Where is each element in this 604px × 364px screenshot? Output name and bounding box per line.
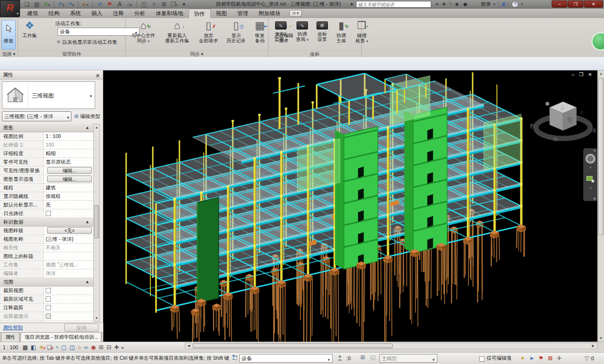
crop-region-icon[interactable]: ◫ [69,344,75,351]
ribbon-tab-系统[interactable]: 系统 [65,9,86,18]
checkbox[interactable] [46,296,51,302]
infocenter-expand-icon[interactable]: ▶ [351,2,354,6]
视图样板-button[interactable]: <无> [47,227,92,234]
worksets-keys-icon[interactable]: ✦ [520,355,525,362]
type-selector[interactable]: 三维视图 ▼ [2,81,95,109]
measure-icon[interactable]: ⇤▾ [81,1,89,8]
sun-path-icon[interactable]: ☀✗ [39,344,44,351]
exchange-apps-icon[interactable]: X [502,1,506,8]
editable-only-checkbox[interactable] [479,356,485,362]
properties-help-link[interactable]: 属性帮助 [3,325,23,331]
view-scale[interactable]: 1 : 100 [3,344,18,350]
unlocked-3d-view-icon[interactable]: ○ [78,344,81,351]
search-box[interactable] [356,1,431,8]
panel-display-toggle[interactable]: ⊡ ▾ [289,10,302,17]
thin-lines-icon[interactable]: ≡ [150,1,158,8]
filter-button[interactable]: ▽ :0 [584,355,594,362]
scroll-down-icon[interactable]: ▼ [598,335,604,342]
ribbon-tab-视图[interactable]: 视图 [211,9,232,18]
tag-icon[interactable]: ⚑ [106,1,114,8]
chevron-down-icon[interactable]: ▾ [584,187,597,190]
collapse-icon[interactable]: ▲ [85,124,93,132]
displace-elements-icon[interactable]: ✚ [114,344,119,351]
ribbon-tab-注释[interactable]: 注释 [108,9,129,18]
temporary-hide-isolate-icon[interactable]: ∞ [84,344,89,351]
move-cursor-icon[interactable]: ✛ [557,355,562,362]
copy-monitor-button[interactable]: ∿复制/监视 ▾ [271,20,290,42]
scroll-left-icon[interactable]: ◀ [186,343,192,349]
drawing-area[interactable]: 西南东北上前 – ❐ ✕ ✕ ▾ ▾ ◉ [103,70,597,342]
modify-button[interactable]: 修改 [1,20,16,49]
coordinate-settings-button[interactable]: ⚙坐标设置 [314,20,330,42]
scrollbar-thumb[interactable] [193,344,393,348]
relinquish-all-button[interactable]: ▯✗放弃全部请求 [196,20,221,43]
worksharing-display-icon[interactable]: ⊟ [107,344,111,351]
undo-icon[interactable]: ↶▾ [57,1,65,8]
text-icon[interactable]: A [116,1,124,8]
horizontal-scrollbar[interactable]: ◀ ▶ [185,343,597,349]
可见性/图形替换-button[interactable]: 编辑... [47,167,92,174]
collapse-icon[interactable]: ▲ [85,278,93,286]
app-menu-button[interactable]: R ▾ [0,0,20,17]
checkbox[interactable] [46,314,51,319]
ribbon-tab-管理[interactable]: 管理 [232,9,254,18]
sync-with-central-icon[interactable]: ↻▾ [43,1,51,8]
view-minimize-button[interactable]: – [572,72,575,77]
ribbon-tab-附加模块[interactable]: 附加模块 [254,9,286,18]
图形显示选项-button[interactable]: 编辑... [47,176,92,182]
coordination-host-button[interactable]: ▮↻协调主体 [333,20,349,43]
detail-level-icon[interactable]: ▦ [22,344,28,351]
close-button[interactable]: ✕ [584,0,603,8]
unpin-icon[interactable]: ⚑ [538,355,544,362]
ribbon-tab-建筑[interactable]: 建筑 [22,9,43,18]
checkbox[interactable] [46,211,51,216]
shadows-icon[interactable]: ❏✗ [47,344,52,351]
edit-type-button[interactable]: ⊞ 编辑类型 [74,112,104,121]
active-option-icon[interactable]: ◱ [370,354,376,361]
ribbon-tab-插入[interactable]: 插入 [86,9,108,18]
checkbox[interactable] [46,288,51,293]
ribbon-tab-协作[interactable]: 协作 [188,9,211,18]
vertical-scrollbar[interactable]: ▲ ▼ [597,70,604,342]
ribbon-tab-结构[interactable]: 结构 [43,9,65,18]
collapse-icon[interactable]: ▲ [85,218,93,226]
ribbon-tab-体量和场地[interactable]: 体量和场地 [150,9,188,18]
reload-latest-button[interactable]: ⌂↓重新载入最新工作集 [161,20,193,43]
sync-with-central-button[interactable]: ⌂↻与中心文件同步 ▾ [129,20,158,44]
scroll-right-icon[interactable]: ▶ [590,343,596,349]
signin-person-icon[interactable]: ☻ [462,1,468,8]
worksets-button[interactable]: ❖ 工作集 [20,20,39,38]
search-input[interactable] [356,2,431,8]
close-icon[interactable]: ✕ [96,71,100,80]
restore-button[interactable]: ❐ [568,0,584,8]
exclude-elements-icon[interactable]: ⊠ [548,355,553,362]
scroll-up-icon[interactable]: ▲ [94,124,99,130]
sync-panel-footer[interactable]: 同步 ▾ [126,50,268,57]
rendering-dialog-icon[interactable]: ◔ [55,344,58,351]
close-hidden-windows-icon[interactable]: ⊠ [160,1,168,8]
favorites-star-icon[interactable]: ★ [454,1,459,8]
scroll-up-icon[interactable]: ▲ [598,70,604,77]
collapse-arrow-icon[interactable]: ◂ [121,345,123,350]
search-icon[interactable]: ⌖ [436,1,439,8]
view-restore-button[interactable]: ❐ [579,72,584,77]
editing-requests[interactable]: :0 [337,355,351,361]
properties-scrollbar[interactable]: ▲ ▼ [93,124,100,322]
help-icon[interactable]: ? [512,1,518,8]
scrollbar-thumb[interactable] [94,205,99,238]
crop-view-icon[interactable]: ▢ [61,344,67,351]
view-close-button[interactable]: ✕ [588,72,593,77]
show-history-button[interactable]: ▯◷显示历史记录 [224,20,248,43]
gray-inactive-worksets-toggle[interactable]: ❖ 以灰色显示非活动工作集 [56,39,117,46]
select-panel-footer[interactable]: 选择 ▾ [0,50,18,57]
chevron-down-icon[interactable]: ▾ [584,166,597,169]
section-icon[interactable]: ◫ [140,1,148,8]
minimize-button[interactable]: – [552,0,567,8]
switch-windows-icon[interactable]: ❐▾ [170,1,178,8]
communication-center-icon[interactable]: ◝ [449,1,452,8]
navbar-anchor-icon[interactable]: ◉ [593,197,596,200]
3d-model-view[interactable]: 西南东北上前 [103,70,597,342]
subscription-key-icon[interactable]: ✦ [442,1,446,8]
default-3d-view-icon[interactable]: ⌂▾ [126,1,134,8]
customize-qat-icon[interactable]: ▾ [180,1,188,8]
